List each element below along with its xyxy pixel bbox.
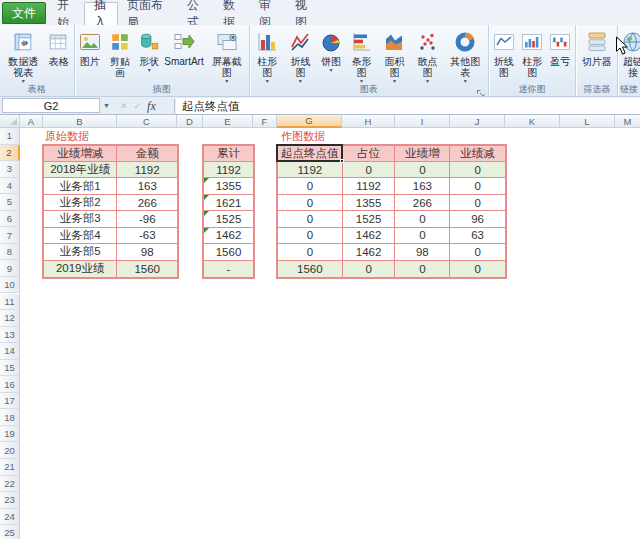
cell[interactable]: 163 xyxy=(117,178,177,194)
cell[interactable]: 0 xyxy=(395,162,450,178)
tab-home[interactable]: 开始 xyxy=(48,2,84,25)
column-header-M[interactable]: M xyxy=(615,115,640,128)
row-header-17[interactable]: 17 xyxy=(0,393,20,410)
pie-chart-button[interactable]: 饼图 ▾ xyxy=(317,27,345,75)
cell[interactable]: - xyxy=(204,261,253,277)
row-header-22[interactable]: 22 xyxy=(0,476,20,493)
cell[interactable]: 1192 xyxy=(204,162,253,178)
file-tab[interactable]: 文件 xyxy=(2,2,46,24)
cell[interactable]: 98 xyxy=(395,244,450,260)
row-header-10[interactable]: 10 xyxy=(0,277,20,294)
column-header-K[interactable]: K xyxy=(505,115,560,128)
cell[interactable]: 98 xyxy=(117,244,177,260)
row-header-15[interactable]: 15 xyxy=(0,360,20,377)
cell[interactable]: 业务部4 xyxy=(44,228,117,244)
row-header-20[interactable]: 20 xyxy=(0,442,20,459)
cell[interactable]: 0 xyxy=(278,178,343,194)
cell[interactable]: 1192 xyxy=(278,162,343,178)
cell[interactable]: 累计 xyxy=(204,146,253,162)
other-charts-button[interactable]: 其他图表 ▾ xyxy=(444,27,487,86)
clip-art-button[interactable]: 剪贴画 xyxy=(104,27,137,79)
formula-input[interactable]: 起点终点值 xyxy=(176,98,640,114)
name-box[interactable]: G2 xyxy=(2,98,100,113)
row-header-6[interactable]: 6 xyxy=(0,211,20,228)
row-header-21[interactable]: 21 xyxy=(0,459,20,476)
table-button[interactable]: 表格 xyxy=(45,27,71,68)
cell[interactable]: 96 xyxy=(450,211,505,227)
column-header-F[interactable]: F xyxy=(253,115,277,128)
row-header-9[interactable]: 9 xyxy=(0,260,20,277)
cell[interactable]: 业务部1 xyxy=(44,178,117,194)
column-chart-button[interactable]: 柱形图 ▾ xyxy=(251,27,284,86)
cell[interactable]: -63 xyxy=(117,228,177,244)
cell[interactable]: 1525 xyxy=(343,211,396,227)
row-header-11[interactable]: 11 xyxy=(0,294,20,311)
screenshot-button[interactable]: 屏幕截图 ▾ xyxy=(206,27,248,86)
tab-review[interactable]: 审阅 xyxy=(250,2,286,25)
row-header-1[interactable]: 1 xyxy=(0,128,20,145)
row-header-14[interactable]: 14 xyxy=(0,343,20,360)
column-header-G[interactable]: G xyxy=(277,115,342,128)
cell[interactable]: 金额 xyxy=(117,146,177,162)
cell[interactable]: 起点终点值 xyxy=(278,146,343,162)
cell[interactable]: 266 xyxy=(117,195,177,211)
cell[interactable]: 0 xyxy=(450,162,505,178)
cancel-icon[interactable]: ✕ xyxy=(120,101,128,111)
cell[interactable]: 0 xyxy=(278,228,343,244)
row-header-16[interactable]: 16 xyxy=(0,376,20,393)
sparkline-winloss-button[interactable]: 盈亏 xyxy=(546,27,574,68)
cell[interactable]: -96 xyxy=(117,211,177,227)
cell[interactable]: 0 xyxy=(395,261,450,277)
cell[interactable]: 1462 xyxy=(204,228,253,244)
column-header-E[interactable]: E xyxy=(203,115,253,128)
cell[interactable]: 业绩增减 xyxy=(44,146,117,162)
tab-data[interactable]: 数据 xyxy=(214,2,250,25)
row-header-25[interactable]: 25 xyxy=(0,525,20,539)
tab-view[interactable]: 视图 xyxy=(286,2,322,25)
tab-insert[interactable]: 插入 xyxy=(84,2,118,25)
tab-formulas[interactable]: 公式 xyxy=(178,2,214,25)
column-header-C[interactable]: C xyxy=(117,115,177,128)
row-header-7[interactable]: 7 xyxy=(0,227,20,244)
cell[interactable]: 0 xyxy=(395,211,450,227)
line-chart-button[interactable]: 折线图 ▾ xyxy=(284,27,317,86)
tab-page-layout[interactable]: 页面布局 xyxy=(118,2,178,25)
cell[interactable]: 266 xyxy=(395,195,450,211)
cell[interactable]: 业务部2 xyxy=(44,195,117,211)
cell[interactable]: 占位 xyxy=(343,146,396,162)
cell[interactable]: 2019业绩 xyxy=(44,261,117,277)
row-header-18[interactable]: 18 xyxy=(0,409,20,426)
column-header-L[interactable]: L xyxy=(560,115,615,128)
column-header-D[interactable]: D xyxy=(177,115,203,128)
row-header-4[interactable]: 4 xyxy=(0,178,20,195)
cell[interactable]: 163 xyxy=(395,178,450,194)
column-header-B[interactable]: B xyxy=(43,115,117,128)
row-header-2[interactable]: 2 xyxy=(0,145,20,162)
cell[interactable]: 业绩减 xyxy=(450,146,505,162)
cell[interactable]: 1560 xyxy=(204,244,253,260)
cell[interactable]: 业绩增 xyxy=(395,146,450,162)
row-header-12[interactable]: 12 xyxy=(0,310,20,327)
select-all-corner[interactable] xyxy=(0,115,20,128)
cell[interactable]: 业务部5 xyxy=(44,244,117,260)
picture-button[interactable]: 图片 xyxy=(76,27,104,68)
cell[interactable]: 0 xyxy=(278,244,343,260)
name-box-dropdown-icon[interactable]: ▼ xyxy=(100,98,113,113)
cell[interactable]: 1525 xyxy=(204,211,253,227)
row-header-24[interactable]: 24 xyxy=(0,509,20,526)
cell[interactable]: 1560 xyxy=(117,261,177,277)
hyperlink-button[interactable]: 超链接 xyxy=(619,27,640,79)
enter-icon[interactable]: ✓ xyxy=(134,101,142,111)
shapes-button[interactable]: 形状 ▾ xyxy=(136,27,162,75)
row-header-19[interactable]: 19 xyxy=(0,426,20,443)
cell[interactable]: 0 xyxy=(278,195,343,211)
sparkline-column-button[interactable]: 柱形图 xyxy=(518,27,546,79)
cell[interactable]: 1355 xyxy=(343,195,396,211)
sparkline-line-button[interactable]: 折线图 xyxy=(490,27,518,79)
cell[interactable]: 0 xyxy=(450,195,505,211)
column-header-J[interactable]: J xyxy=(450,115,505,128)
pivot-table-button[interactable]: 数据透视表 ▾ xyxy=(2,27,44,86)
smartart-button[interactable]: SmartArt xyxy=(162,27,205,68)
cell[interactable]: 0 xyxy=(450,244,505,260)
slicer-button[interactable]: 切片器 xyxy=(580,27,614,68)
